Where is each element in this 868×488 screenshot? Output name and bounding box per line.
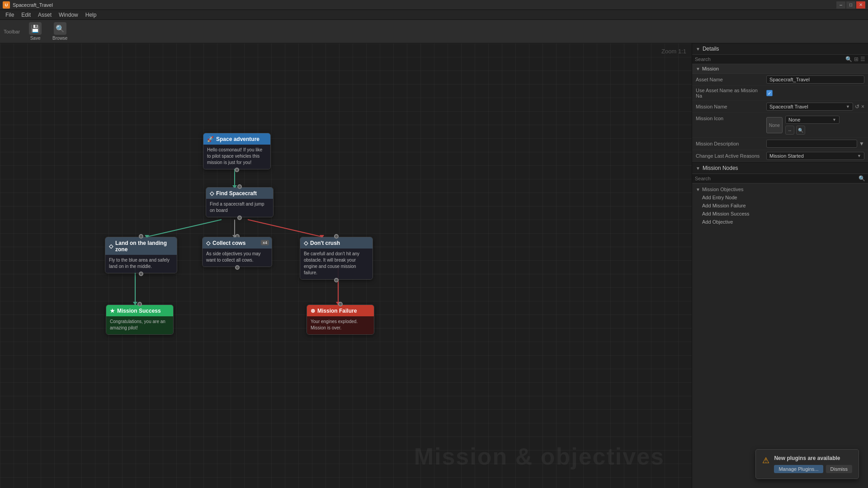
nodes-search-input[interactable] (695, 176, 857, 181)
node-find-spacecraft[interactable]: ◇ Find Spacecraft Find a spacecraft and … (206, 187, 274, 217)
tree-item-add-mission-failure[interactable]: Add Mission Failure (692, 202, 868, 210)
mission-icon-dropdown-arrow: ▼ (832, 117, 836, 122)
menu-help[interactable]: Help (82, 10, 100, 20)
node-space-adventure[interactable]: 🚀 Space adventure Hello cosmonaut! If yo… (203, 133, 271, 169)
mission-section-label: Mission (702, 66, 719, 71)
mission-name-value: Spacecraft Travel (769, 104, 808, 109)
titlebar: U Spacecraft_Travel – □ ✕ (0, 0, 868, 10)
mission-desc-input[interactable] (766, 140, 857, 148)
mission-icon-dropdown[interactable]: None ▼ (785, 116, 840, 124)
asset-name-row: Asset Name (692, 74, 868, 86)
mission-success-input-pin[interactable] (137, 302, 142, 306)
browse-label: Browse (52, 36, 67, 41)
space-adventure-output-pin[interactable] (235, 168, 239, 172)
node-dont-crush-title: Don't crush (310, 240, 340, 246)
details-search-input[interactable] (695, 56, 844, 62)
mission-failure-input-pin[interactable] (338, 302, 343, 306)
dont-crush-output-pin[interactable] (334, 278, 339, 282)
find-spacecraft-icon: ◇ (210, 190, 214, 197)
tree-item-add-entry-node[interactable]: Add Entry Node (692, 193, 868, 202)
browse-button[interactable]: 🔍 Browse (49, 20, 71, 42)
mission-icon-dropdown-value: None (788, 117, 800, 122)
mission-section-arrow: ▼ (696, 66, 700, 71)
mission-icon-row: Mission Icon None None ▼ ↔ (692, 113, 868, 138)
mission-name-reset[interactable]: ↺ (855, 103, 859, 110)
notification-content: New plugins are available Manage Plugins… (774, 455, 852, 473)
node-land-landing-header: ◇ Land on the landing zone (105, 237, 177, 255)
tree-item-add-mission-success[interactable]: Add Mission Success (692, 210, 868, 218)
browse-icon: 🔍 (54, 22, 66, 35)
mission-section-header: ▼ Mission (692, 64, 868, 74)
nodes-panel-header: ▼ Mission Nodes (692, 163, 868, 174)
find-spacecraft-input-pin[interactable] (237, 184, 242, 189)
notification-icon: ⚠ (762, 455, 769, 465)
node-dont-crush[interactable]: ◇ Don't crush Be carefull and don't hit … (300, 237, 373, 280)
manage-plugins-button[interactable]: Manage Plugins... (774, 465, 823, 473)
node-collect-cows-body: As side objectives you may want to colle… (203, 249, 272, 267)
svg-line-2 (147, 220, 222, 237)
mission-objectives-section-icon: ▼ (696, 187, 700, 192)
close-button[interactable]: ✕ (856, 1, 865, 9)
details-grid-icon[interactable]: ⊞ (854, 56, 859, 62)
details-panel: ▼ Details 🔍 ⊞ ☰ ▼ Mission Asset Name Use… (692, 43, 868, 163)
save-label: Save (30, 36, 41, 41)
mission-objectives-section-label: Mission Objectives (702, 187, 744, 192)
asset-name-input[interactable] (766, 75, 864, 84)
node-mission-success-header: ★ Mission Success (106, 305, 173, 316)
change-last-active-dropdown[interactable]: Mission Started ▼ (766, 152, 864, 160)
node-dont-crush-body: Be carefull and don't hit any obstacle. … (300, 249, 373, 279)
svg-line-6 (248, 220, 322, 237)
dismiss-button[interactable]: Dismiss (826, 465, 853, 473)
node-collect-cows[interactable]: ◇ Collect cows x4 As side objectives you… (202, 237, 272, 267)
minimize-button[interactable]: – (836, 1, 845, 9)
details-search-icon: 🔍 (845, 56, 852, 62)
mission-desc-expand[interactable]: ▼ (859, 141, 864, 147)
node-land-landing[interactable]: ◇ Land on the landing zone Fly to the bl… (105, 237, 177, 273)
mission-name-label: Mission Name (696, 104, 764, 109)
change-last-active-arrow: ▼ (857, 154, 861, 158)
node-land-landing-body: Fly to the blue area and safely land on … (105, 255, 177, 273)
mission-icon-search-btn[interactable]: 🔍 (796, 126, 805, 135)
nodes-search-icon: 🔍 (859, 175, 865, 182)
asset-name-label: Asset Name (696, 77, 764, 82)
node-canvas[interactable]: Zoom 1:1 Mission & objectives (0, 43, 692, 488)
menu-window[interactable]: Window (55, 10, 82, 20)
tree-item-add-objective[interactable]: Add Objective (692, 218, 868, 226)
zoom-label: Zoom 1:1 (661, 48, 686, 55)
save-button[interactable]: 💾 Save (25, 20, 45, 42)
mission-name-clear[interactable]: × (861, 103, 864, 110)
menu-edit[interactable]: Edit (18, 10, 34, 20)
mission-objectives-section[interactable]: ▼ Mission Objectives (692, 185, 868, 193)
land-landing-input-pin[interactable] (139, 234, 143, 239)
use-asset-name-label: Use Asset Name as Mission Na (696, 88, 764, 99)
maximize-button[interactable]: □ (846, 1, 855, 9)
app-icon: U (3, 1, 10, 9)
land-landing-output-pin[interactable] (139, 272, 143, 276)
mission-failure-icon: ⊗ (311, 308, 315, 314)
node-mission-success[interactable]: ★ Mission Success Congratulations, you a… (106, 305, 174, 335)
find-spacecraft-output-pin[interactable] (237, 216, 242, 220)
menu-asset[interactable]: Asset (34, 10, 55, 20)
window-title: Spacecraft_Travel (13, 2, 836, 8)
collect-cows-output-pin[interactable] (235, 265, 240, 270)
mission-name-dropdown[interactable]: Spacecraft Travel ▼ (766, 103, 853, 111)
nodes-tree: ▼ Mission Objectives Add Entry Node Add … (692, 183, 868, 488)
dont-crush-input-pin[interactable] (334, 234, 339, 239)
notification-panel: ⚠ New plugins are available Manage Plugi… (755, 449, 859, 479)
use-asset-name-checkbox[interactable]: ✓ (766, 90, 773, 96)
right-panel: ▼ Details 🔍 ⊞ ☰ ▼ Mission Asset Name Use… (692, 43, 868, 488)
node-space-adventure-body: Hello cosmonaut! If you like to pilot sp… (203, 145, 270, 169)
space-adventure-icon: 🚀 (207, 136, 214, 142)
mission-icon-link-btn[interactable]: ↔ (785, 126, 794, 135)
details-view-icon[interactable]: ☰ (860, 56, 865, 62)
node-find-spacecraft-header: ◇ Find Spacecraft (206, 188, 273, 199)
menu-file[interactable]: File (2, 10, 18, 20)
node-find-spacecraft-body: Find a spacecraft and jump on board (206, 199, 273, 217)
land-landing-icon: ◇ (109, 243, 113, 249)
canvas-watermark: Mission & objectives (414, 443, 665, 470)
node-mission-success-title: Mission Success (117, 308, 161, 314)
node-mission-failure[interactable]: ⊗ Mission Failure Your engines exploded.… (307, 305, 374, 335)
menubar: File Edit Asset Window Help (0, 10, 868, 20)
nodes-panel-title: Mission Nodes (703, 165, 738, 171)
node-space-adventure-title: Space adventure (216, 136, 259, 142)
